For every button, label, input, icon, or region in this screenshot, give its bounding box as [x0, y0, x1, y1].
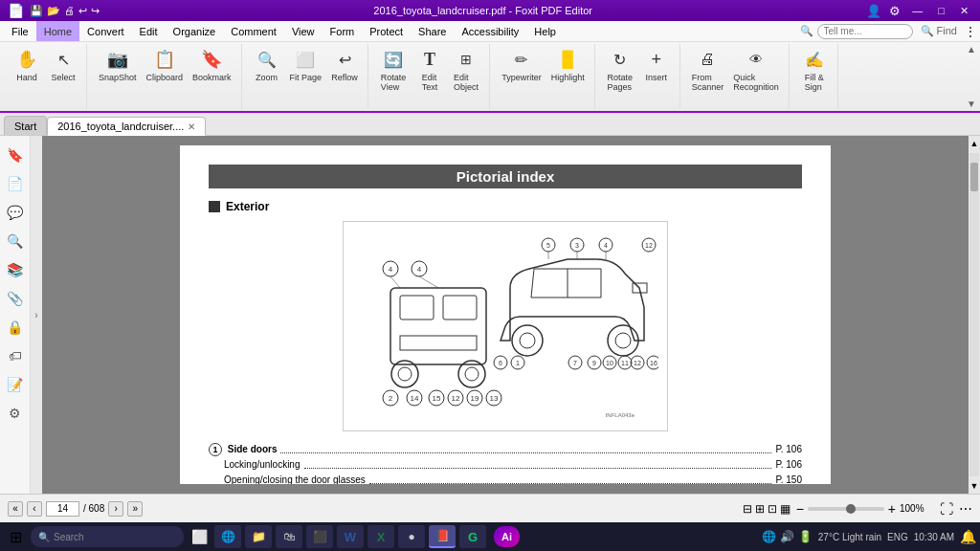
sidebar-tag-icon[interactable]: 🏷: [4, 344, 27, 367]
sidebar-bookmark-icon[interactable]: 🔖: [4, 143, 27, 166]
menu-item-comment[interactable]: Comment: [223, 21, 284, 41]
current-page-input[interactable]: [46, 501, 79, 517]
svg-text:12: 12: [634, 360, 641, 366]
battery-tray-icon[interactable]: 🔋: [798, 530, 813, 543]
fill-sign-button[interactable]: ✍ Fill &Sign: [797, 46, 832, 94]
maximize-button[interactable]: □: [934, 5, 948, 16]
insert-button[interactable]: + Insert: [639, 46, 674, 84]
sidebar-attachment-icon[interactable]: 📎: [4, 287, 27, 310]
single-page-view-icon[interactable]: ⊟: [743, 502, 752, 516]
menu-item-home[interactable]: Home: [36, 21, 79, 41]
first-page-button[interactable]: «: [8, 501, 23, 517]
menu-item-protect[interactable]: Protect: [362, 21, 411, 41]
menu-item-convert[interactable]: Convert: [79, 21, 132, 41]
sidebar-form-icon[interactable]: 📝: [4, 373, 27, 396]
zoom-button[interactable]: 🔍 Zoom: [250, 46, 284, 84]
minimize-button[interactable]: —: [908, 5, 926, 16]
sidebar-layers-icon[interactable]: 📚: [4, 258, 27, 281]
tab-start[interactable]: Start: [4, 116, 47, 135]
zoom-thumb[interactable]: [846, 504, 856, 514]
grid-view-icon[interactable]: ▦: [780, 502, 791, 516]
taskbar-foxit[interactable]: 📕: [429, 525, 456, 548]
edit-object-button[interactable]: ⊞ EditObject: [449, 46, 483, 94]
tab-pdf-doc[interactable]: 2016_toyota_landcruiser.... ✕: [47, 117, 206, 136]
close-button[interactable]: ✕: [956, 5, 972, 17]
quick-access-redo[interactable]: ↪: [91, 5, 100, 17]
scroll-view-icon[interactable]: ⊡: [768, 502, 777, 516]
zoom-level-label: 100%: [900, 503, 934, 514]
highlight-button[interactable]: █ Highlight: [547, 46, 589, 84]
sidebar-security-icon[interactable]: 🔒: [4, 316, 27, 339]
zoom-slider[interactable]: [808, 507, 884, 511]
settings-icon[interactable]: ⚙: [889, 4, 901, 18]
rotate-view-button[interactable]: 🔄 RotateView: [376, 46, 411, 94]
typewriter-button[interactable]: ✏ Typewriter: [498, 46, 546, 84]
more-status-icon[interactable]: ⋯: [959, 501, 972, 517]
quick-access-save[interactable]: 💾: [30, 5, 43, 17]
quick-access-print[interactable]: 🖨: [64, 5, 75, 17]
menu-item-share[interactable]: Share: [411, 21, 454, 41]
scroll-thumb[interactable]: [970, 163, 978, 191]
search-taskbar[interactable]: 🔍 Search: [31, 526, 184, 547]
last-page-button[interactable]: »: [127, 501, 143, 517]
hand-button[interactable]: ✋ Hand: [10, 46, 44, 84]
taskbar-edge[interactable]: 🌐: [214, 525, 241, 548]
fullscreen-icon[interactable]: ⛶: [940, 501, 953, 517]
sidebar-collapse-arrow[interactable]: ›: [31, 136, 42, 494]
taskbar-word[interactable]: W: [337, 525, 364, 548]
sidebar-search-icon[interactable]: 🔍: [4, 230, 27, 253]
ribbon-scroll-down[interactable]: ▼: [967, 99, 976, 109]
scroll-down-arrow[interactable]: ▼: [969, 478, 980, 494]
account-icon[interactable]: 👤: [866, 4, 881, 18]
ribbon-group-fill-sign: ✍ Fill &Sign: [791, 44, 838, 109]
clipboard-button[interactable]: 📋 Clipboard: [143, 46, 188, 84]
scroll-up-arrow[interactable]: ▲: [969, 136, 980, 151]
menu-item-file[interactable]: File: [4, 21, 36, 41]
fit-page-button[interactable]: ⬜ Fit Page: [286, 46, 326, 84]
zoom-out-button[interactable]: −: [796, 501, 804, 517]
menu-item-form[interactable]: Form: [323, 21, 363, 41]
taskbar-excel[interactable]: X: [368, 525, 394, 548]
edit-text-button[interactable]: T EditText: [412, 46, 447, 94]
taskbar-folder[interactable]: 📁: [245, 525, 272, 548]
snapshot-button[interactable]: 📷 SnapShot: [95, 46, 141, 84]
prev-page-button[interactable]: ‹: [27, 501, 42, 517]
double-page-view-icon[interactable]: ⊞: [755, 502, 765, 516]
menu-item-help[interactable]: Help: [526, 21, 564, 41]
bookmark-button[interactable]: 🔖 Bookmark: [189, 46, 235, 84]
task-view-button[interactable]: ⬜: [188, 525, 211, 548]
taskbar-terminal[interactable]: ⬛: [306, 525, 333, 548]
more-options-icon[interactable]: ⋮: [965, 25, 976, 38]
ai-button[interactable]: Ai: [494, 526, 520, 547]
tell-me-input[interactable]: [817, 24, 913, 39]
sidebar-page-icon[interactable]: 📄: [4, 172, 27, 195]
reflow-button[interactable]: ↩ Reflow: [327, 46, 362, 84]
menu-item-edit[interactable]: Edit: [132, 21, 166, 41]
tab-close-button[interactable]: ✕: [188, 121, 195, 132]
next-page-button[interactable]: ›: [108, 501, 123, 517]
taskbar-chrome[interactable]: ●: [398, 525, 425, 548]
quick-recognition-button[interactable]: 👁 QuickRecognition: [729, 46, 783, 94]
scroll-track[interactable]: [969, 153, 979, 476]
quick-access-folder[interactable]: 📂: [47, 5, 60, 17]
sidebar-properties-icon[interactable]: ⚙: [4, 402, 27, 425]
taskbar-green-app[interactable]: G: [459, 525, 486, 548]
select-button[interactable]: ↖ Select: [46, 46, 80, 84]
menu-item-view[interactable]: View: [284, 21, 323, 41]
ribbon-scroll-up[interactable]: ▲: [967, 44, 976, 55]
start-button[interactable]: ⊞: [4, 525, 27, 548]
menu-item-organize[interactable]: Organize: [166, 21, 224, 41]
notifications-icon[interactable]: 🔔: [960, 529, 976, 544]
zoom-in-button[interactable]: +: [888, 501, 896, 517]
volume-tray-icon[interactable]: 🔊: [780, 530, 794, 543]
quick-access-undo[interactable]: ↩: [78, 5, 87, 17]
network-tray-icon[interactable]: 🌐: [762, 530, 776, 543]
reflow-icon: ↩: [333, 48, 356, 71]
taskbar-store[interactable]: 🛍: [276, 525, 302, 548]
folder-icon: 📁: [251, 529, 266, 544]
rotate-pages-button[interactable]: ↻ RotatePages: [603, 46, 637, 94]
menu-item-accessibility[interactable]: Accessibility: [454, 21, 526, 41]
sidebar-comment-icon[interactable]: 💬: [4, 201, 27, 224]
from-scanner-button[interactable]: 🖨 FromScanner: [688, 46, 728, 94]
search-icon: 🔍: [800, 25, 813, 37]
